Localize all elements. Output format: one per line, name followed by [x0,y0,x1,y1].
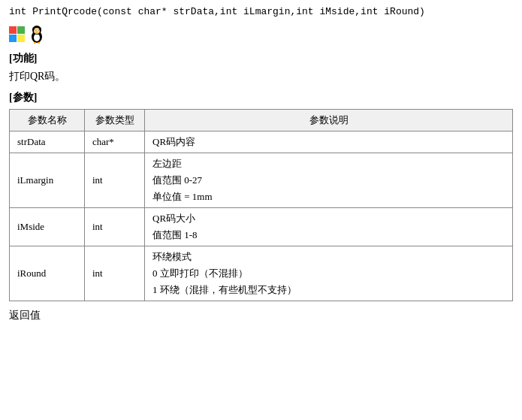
param-desc-line: 环绕模式 [152,250,505,264]
svg-rect-13 [34,42,36,44]
svg-point-5 [34,34,40,41]
windows-icon [9,26,26,43]
col-header-type: 参数类型 [85,110,145,131]
linux-icon [29,25,45,44]
param-desc-line: 1 环绕（混排，有些机型不支持） [152,283,505,297]
svg-rect-1 [17,26,25,34]
table-header-row: 参数名称 参数类型 参数说明 [10,110,513,131]
param-desc-cell: 左边距值范围 0-27单位值 = 1mm [145,153,513,208]
table-row: iLmarginint左边距值范围 0-27单位值 = 1mm [10,153,513,208]
param-name-cell: iMside [10,208,85,246]
svg-point-7 [34,28,40,34]
param-desc-line: 单位值 = 1mm [152,190,505,204]
svg-rect-0 [9,26,17,34]
param-name-cell: iRound [10,246,85,301]
param-desc-cell: QR码大小值范围 1-8 [145,208,513,246]
params-table: 参数名称 参数类型 参数说明 strDatachar*QR码内容iLmargin… [9,109,513,301]
table-row: iRoundint环绕模式0 立即打印（不混排）1 环绕（混排，有些机型不支持） [10,246,513,301]
table-row: strDatachar*QR码内容 [10,131,513,153]
col-header-name: 参数名称 [10,110,85,131]
param-desc-line: 值范围 0-27 [152,174,505,187]
function-description: 打印QR码。 [9,70,513,83]
param-desc-line: 0 立即打印（不混排） [152,267,505,280]
param-desc-line: QR码大小 [152,212,505,225]
param-type-cell: char* [85,131,145,153]
param-desc-line: 值范围 1-8 [152,228,505,242]
svg-rect-3 [17,35,25,42]
os-icons-container [9,25,513,44]
param-desc-line: QR码内容 [152,135,505,149]
svg-rect-2 [9,35,17,42]
param-type-cell: int [85,208,145,246]
function-signature: int PrintQrcode(const char* strData,int … [9,6,513,17]
return-section-header: 返回值 [9,309,513,322]
param-desc-line: 左边距 [152,157,505,171]
param-desc-cell: QR码内容 [145,131,513,153]
svg-point-11 [38,30,39,31]
svg-rect-14 [38,42,40,44]
params-section-header: [参数] [9,91,513,104]
param-type-cell: int [85,153,145,208]
table-row: iMsideintQR码大小值范围 1-8 [10,208,513,246]
function-section-header: [功能] [9,52,513,65]
svg-point-10 [35,30,36,31]
col-header-desc: 参数说明 [145,110,513,131]
param-name-cell: strData [10,131,85,153]
param-name-cell: iLmargin [10,153,85,208]
param-type-cell: int [85,246,145,301]
param-desc-cell: 环绕模式0 立即打印（不混排）1 环绕（混排，有些机型不支持） [145,246,513,301]
